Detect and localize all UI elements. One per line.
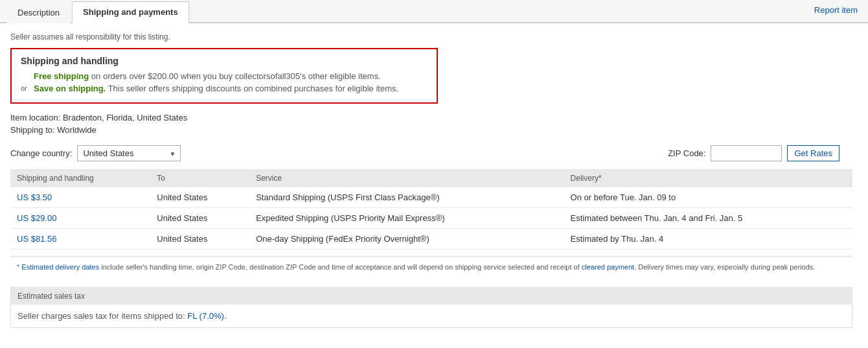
zip-code-label: ZIP Code: (668, 148, 705, 158)
promo-row-2: or Save on shipping. This seller offers … (21, 84, 428, 93)
col-header-delivery: Delivery* (564, 169, 852, 187)
shipping-handling-title: Shipping and handling (21, 56, 428, 66)
table-row: US $81.56 United States One-day Shipping… (10, 229, 852, 249)
change-country-row: Change country: United States Canada Uni… (10, 145, 181, 161)
country-select[interactable]: United States Canada United Kingdom Aust… (77, 145, 181, 161)
row-service: Expedited Shipping (USPS Priority Mail E… (249, 208, 564, 229)
get-rates-button[interactable]: Get Rates (787, 145, 839, 161)
row-service: Standard Shipping (USPS First Class Pack… (249, 187, 564, 208)
seller-note: Seller assumes all responsibility for th… (10, 32, 852, 41)
tax-section-body: Seller charges sales tax for items shipp… (11, 305, 852, 327)
row-to: United States (150, 229, 249, 249)
row-delivery: Estimated between Thu. Jan. 4 and Fri. J… (564, 208, 852, 229)
footnote-end: . Delivery times may vary, especially du… (634, 263, 815, 271)
zip-code-area: ZIP Code: Get Rates (668, 145, 839, 161)
item-location-label: Item location: (10, 113, 60, 122)
item-location: Item location: Bradenton, Florida, Unite… (10, 113, 852, 122)
footnote-middle: include seller's handling time, origin Z… (99, 263, 582, 271)
tax-section-header: Estimated sales tax (11, 288, 852, 305)
row-to: United States (150, 208, 249, 229)
row-to: United States (150, 187, 249, 208)
promo-or-label: or (21, 84, 30, 92)
col-header-to: To (150, 169, 249, 187)
tax-fl-link[interactable]: FL (7.0%). (187, 311, 226, 321)
promo-row-1: Free shipping on orders over $200.00 whe… (21, 71, 428, 81)
report-item-link[interactable]: Report item (814, 5, 858, 15)
row-delivery: Estimated by Thu. Jan. 4 (564, 229, 852, 249)
row-service: One-day Shipping (FedEx Priority Overnig… (249, 229, 564, 249)
col-header-service: Service (249, 169, 564, 187)
shipping-table: Shipping and handling To Service Deliver… (10, 169, 852, 249)
promo1-rest: on orders over $200.00 when you buy coll… (89, 71, 381, 81)
table-row: US $3.50 United States Standard Shipping… (10, 187, 852, 208)
row-price: US $81.56 (10, 229, 150, 249)
table-row: US $29.00 United States Expedited Shippi… (10, 208, 852, 229)
promo2-rest: This seller offers shipping discounts on… (106, 84, 398, 93)
estimated-delivery-link[interactable]: Estimated delivery dates (21, 263, 99, 271)
table-header-row: Shipping and handling To Service Deliver… (10, 169, 852, 187)
promo-text-1: Free shipping on orders over $200.00 whe… (34, 71, 381, 81)
shipping-to-value: Worldwide (57, 125, 96, 135)
promo1-highlight: Free shipping (34, 71, 89, 81)
tab-shipping[interactable]: Shipping and payments (72, 1, 189, 23)
row-delivery: On or before Tue. Jan. 09 to (564, 187, 852, 208)
promo-text-2: Save on shipping. This seller offers shi… (34, 84, 398, 93)
change-country-label: Change country: (10, 148, 72, 158)
tabs-bar: Description Shipping and payments Report… (0, 0, 868, 23)
shipping-to: Shipping to: Worldwide (10, 125, 852, 135)
row-price: US $29.00 (10, 208, 150, 229)
country-zip-row: Change country: United States Canada Uni… (10, 137, 852, 169)
item-location-value: Bradenton, Florida, United States (63, 113, 187, 122)
tax-section: Estimated sales tax Seller charges sales… (10, 287, 852, 328)
main-content: Seller assumes all responsibility for th… (0, 23, 868, 337)
tab-description[interactable]: Description (6, 2, 71, 23)
cleared-payment-link[interactable]: cleared payment (582, 263, 634, 271)
col-header-handling: Shipping and handling (10, 169, 150, 187)
shipping-handling-box: Shipping and handling Free shipping on o… (10, 48, 438, 104)
shipping-to-label: Shipping to: (10, 125, 55, 135)
zip-code-input[interactable] (711, 145, 782, 161)
row-price: US $3.50 (10, 187, 150, 208)
country-select-wrapper[interactable]: United States Canada United Kingdom Aust… (77, 145, 181, 161)
footnote: * Estimated delivery dates include selle… (10, 256, 852, 278)
tax-body-prefix: Seller charges sales tax for items shipp… (17, 311, 187, 321)
promo2-highlight: Save on shipping. (34, 84, 106, 93)
